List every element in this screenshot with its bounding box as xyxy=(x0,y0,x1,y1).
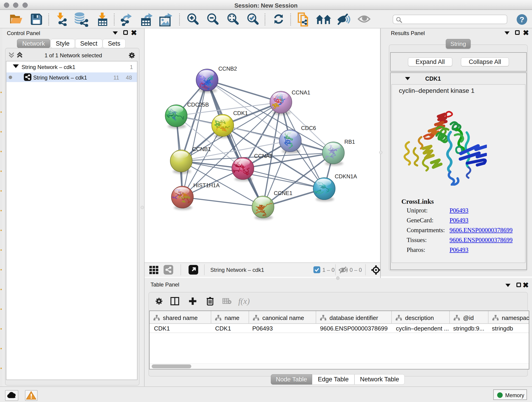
svg-text:CCNB2: CCNB2 xyxy=(218,65,237,72)
svg-text:CDKN1A: CDKN1A xyxy=(335,173,357,179)
svg-text:CCNE1: CCNE1 xyxy=(274,190,292,196)
svg-text:CDC25B: CDC25B xyxy=(187,102,209,108)
svg-text:HIST1H1A: HIST1H1A xyxy=(193,182,220,188)
svg-text:CDK1: CDK1 xyxy=(233,110,248,116)
svg-text:CDC6: CDC6 xyxy=(301,125,316,131)
svg-text:CCNA1: CCNA1 xyxy=(292,89,310,96)
svg-text:CCNA2: CCNA2 xyxy=(254,153,273,159)
svg-text:CCNB1: CCNB1 xyxy=(192,146,211,152)
svg-text:RB1: RB1 xyxy=(344,139,355,145)
